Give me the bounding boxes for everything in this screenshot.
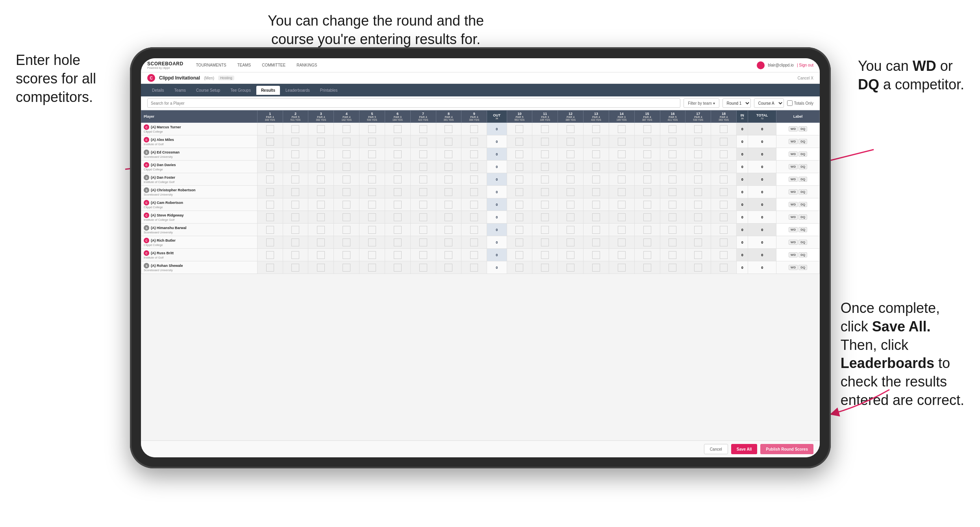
score-hole-5[interactable] [359,186,385,198]
score-input-hole-1[interactable] [266,251,274,259]
score-hole-11[interactable] [532,261,558,274]
score-hole-14[interactable] [609,173,634,186]
score-hole-13[interactable] [584,135,609,148]
score-hole-12[interactable] [558,186,584,198]
score-hole-2[interactable] [283,224,308,236]
score-hole-14[interactable] [609,236,634,249]
score-hole-1[interactable] [257,224,283,236]
score-input-hole-7[interactable] [419,163,427,171]
score-input-hole-11[interactable] [541,226,549,234]
score-input-hole-9[interactable] [470,213,478,221]
score-input-hole-16[interactable] [669,188,676,196]
score-input-hole-14[interactable] [618,213,626,221]
score-input-hole-4[interactable] [343,239,350,246]
score-hole-2[interactable] [283,249,308,261]
score-input-hole-10[interactable] [515,163,523,171]
score-hole-3[interactable] [308,211,334,224]
score-hole-1[interactable] [257,186,283,198]
score-hole-12[interactable] [558,211,584,224]
score-hole-11[interactable] [532,135,558,148]
score-hole-18[interactable] [711,249,737,261]
score-input-hole-11[interactable] [541,188,549,196]
score-input-hole-8[interactable] [445,226,452,234]
score-hole-8[interactable] [436,123,461,135]
score-hole-5[interactable] [359,198,385,211]
score-hole-2[interactable] [283,236,308,249]
score-hole-3[interactable] [308,148,334,161]
score-input-hole-5[interactable] [368,176,376,183]
score-hole-5[interactable] [359,249,385,261]
score-hole-9[interactable] [461,249,487,261]
score-input-hole-11[interactable] [541,201,549,209]
score-hole-11[interactable] [532,173,558,186]
score-hole-2[interactable] [283,198,308,211]
score-hole-13[interactable] [584,198,609,211]
score-input-hole-14[interactable] [618,150,626,158]
score-hole-6[interactable] [385,236,410,249]
score-hole-17[interactable] [685,123,711,135]
score-input-hole-16[interactable] [669,251,676,259]
score-hole-14[interactable] [609,261,634,274]
score-hole-13[interactable] [584,249,609,261]
score-hole-11[interactable] [532,161,558,173]
score-hole-15[interactable] [634,135,660,148]
score-hole-7[interactable] [410,186,436,198]
score-input-hole-14[interactable] [618,163,626,171]
score-input-hole-10[interactable] [515,176,523,183]
score-input-hole-6[interactable] [394,163,402,171]
score-input-hole-11[interactable] [541,176,549,183]
score-hole-3[interactable] [308,173,334,186]
tab-results[interactable]: Results [256,86,280,95]
score-input-hole-8[interactable] [445,251,452,259]
score-hole-12[interactable] [558,173,584,186]
score-input-hole-11[interactable] [541,264,549,272]
score-input-hole-1[interactable] [266,150,274,158]
score-hole-4[interactable] [334,186,359,198]
score-input-hole-12[interactable] [567,163,574,171]
score-hole-11[interactable] [532,249,558,261]
score-input-hole-2[interactable] [291,239,299,246]
score-hole-15[interactable] [634,148,660,161]
score-hole-11[interactable] [532,211,558,224]
score-hole-5[interactable] [359,123,385,135]
score-hole-7[interactable] [410,173,436,186]
score-input-hole-18[interactable] [720,226,728,234]
score-hole-18[interactable] [711,161,737,173]
score-input-hole-8[interactable] [445,239,452,246]
score-hole-8[interactable] [436,198,461,211]
score-hole-5[interactable] [359,173,385,186]
score-input-hole-11[interactable] [541,239,549,246]
score-hole-15[interactable] [634,211,660,224]
score-hole-6[interactable] [385,249,410,261]
score-input-hole-17[interactable] [694,150,702,158]
dq-button[interactable]: DQ [798,227,807,232]
score-input-hole-8[interactable] [445,213,452,221]
score-input-hole-7[interactable] [419,226,427,234]
score-hole-4[interactable] [334,135,359,148]
score-hole-7[interactable] [410,123,436,135]
wd-button[interactable]: WD [789,164,798,169]
score-input-hole-18[interactable] [720,176,728,183]
score-input-hole-10[interactable] [515,239,523,246]
score-input-hole-12[interactable] [567,226,574,234]
score-input-hole-7[interactable] [419,150,427,158]
score-input-hole-7[interactable] [419,188,427,196]
wd-button[interactable]: WD [789,189,798,194]
score-input-hole-6[interactable] [394,264,402,272]
score-hole-8[interactable] [436,236,461,249]
score-hole-16[interactable] [660,211,685,224]
score-input-hole-10[interactable] [515,138,523,146]
score-hole-18[interactable] [711,148,737,161]
publish-round-scores-button[interactable]: Publish Round Scores [760,444,813,454]
score-hole-7[interactable] [410,249,436,261]
score-hole-15[interactable] [634,123,660,135]
score-hole-1[interactable] [257,198,283,211]
score-hole-7[interactable] [410,198,436,211]
score-input-hole-14[interactable] [618,176,626,183]
score-hole-6[interactable] [385,224,410,236]
score-input-hole-6[interactable] [394,239,402,246]
score-hole-9[interactable] [461,211,487,224]
dq-button[interactable]: DQ [798,214,807,220]
score-input-hole-15[interactable] [643,150,651,158]
score-input-hole-12[interactable] [567,213,574,221]
